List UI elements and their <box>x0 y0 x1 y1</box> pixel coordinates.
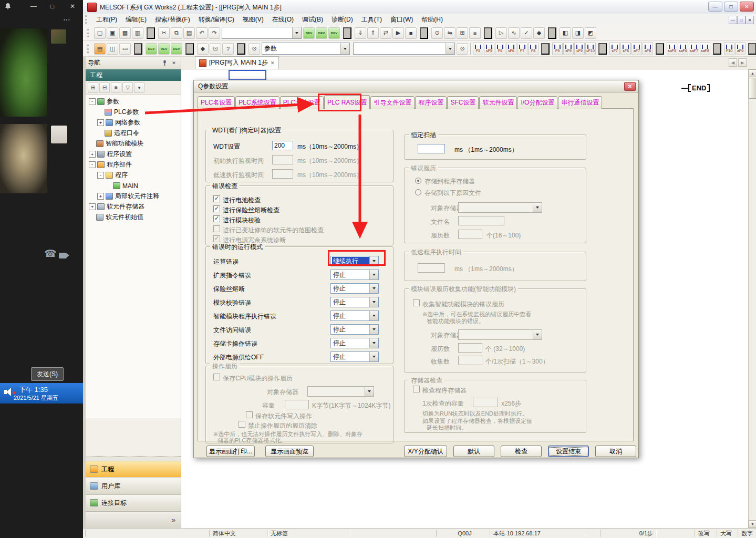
nav-button-project[interactable]: 工程 <box>86 461 181 477</box>
program-check-icon[interactable]: ✓ <box>521 27 532 39</box>
tab-plc-name[interactable]: PLC名设置 <box>198 96 235 109</box>
tab-scroll-right-icon[interactable]: ▶ <box>738 58 747 67</box>
tree-expander[interactable]: + <box>97 193 104 200</box>
intelligent-module-error-combo[interactable]: 停止 <box>330 311 379 321</box>
verify-with-plc-icon[interactable]: ⇄ <box>380 27 391 39</box>
parameter-setting-icon[interactable]: ◆ <box>197 43 209 55</box>
window-minimize-button[interactable]: — <box>708 2 722 12</box>
tree-item-parameter[interactable]: - 参数 <box>86 97 181 107</box>
ladder-symbol-button[interactable]: sF9 <box>563 42 574 55</box>
nav-button-user-library[interactable]: 用户库 <box>86 478 181 494</box>
ladder-symbol-button[interactable]: F6 <box>495 42 505 55</box>
photo-cooking-vegetables[interactable] <box>0 28 47 117</box>
photo-thumbnail-1[interactable] <box>51 29 66 44</box>
chat-restore-icon[interactable]: □ <box>50 3 54 10</box>
photo-cooking-pot[interactable] <box>0 124 47 193</box>
screen-print-button[interactable]: 显示画面打印... <box>206 446 255 457</box>
fuse-blown-check-checkbox[interactable] <box>213 205 220 212</box>
redo-icon[interactable]: ↷ <box>209 27 220 39</box>
pin-icon[interactable] <box>160 58 169 67</box>
read-from-plc-icon[interactable]: ⇑ <box>367 27 379 39</box>
tree-item-local-comment[interactable]: + 局部软元件注释 <box>86 191 181 201</box>
bell-icon[interactable] <box>4 2 12 11</box>
ladder-symbol-button[interactable]: aF9 <box>735 42 745 55</box>
cut-icon[interactable]: ✂ <box>158 27 170 39</box>
tree-expander[interactable]: + <box>97 119 104 126</box>
ladder-symbol-button[interactable]: aF7 <box>631 42 642 55</box>
send-button[interactable]: 发送(S) <box>31 367 64 381</box>
tree-item-device-memory[interactable]: + 软元件存储器 <box>86 202 181 212</box>
new-project-icon[interactable]: ▢ <box>94 27 106 39</box>
close-icon[interactable]: ✕ <box>271 60 275 66</box>
nav-filter-icon[interactable]: ▽ <box>122 82 133 93</box>
close-icon[interactable]: ✕ <box>169 58 179 67</box>
device-comment-icon[interactable]: DEV <box>303 27 315 39</box>
tab-plc-file[interactable]: PLC文件设置 <box>280 96 324 109</box>
xy-assignment-confirm-button[interactable]: X/Y分配确认 <box>404 446 447 457</box>
menu-item[interactable]: 编辑(E) <box>121 14 151 25</box>
chevron-down-icon[interactable] <box>369 256 378 266</box>
device-monitor-icon[interactable]: DEV <box>328 27 340 39</box>
tree-item-remote-password[interactable]: 远程口令 <box>86 128 181 138</box>
intelligent-module-icon[interactable]: ⊡ <box>210 43 221 55</box>
menu-item[interactable]: 工程(P) <box>92 14 121 25</box>
ladder-symbol-button[interactable]: saF5 <box>667 42 677 55</box>
scroll-down-icon[interactable]: ▼ <box>749 520 756 528</box>
tab-plc-system[interactable]: PLC系统设置 <box>235 96 279 109</box>
tab-sfc[interactable]: SFC设置 <box>447 96 479 109</box>
ladder-symbol-button[interactable]: saF7 <box>689 42 699 55</box>
ladder-symbol-button[interactable]: cF9 <box>574 42 585 55</box>
search-icon[interactable]: ⊙ <box>457 43 468 55</box>
ladder-symbol-button[interactable]: F7 <box>517 42 527 55</box>
build-icon[interactable]: ◆ <box>533 27 545 39</box>
window-close-button[interactable]: ✕ <box>740 2 754 12</box>
tree-expander[interactable]: - <box>89 98 96 105</box>
chat-minimize-icon[interactable]: — <box>30 3 37 10</box>
menu-item[interactable]: 搜索/替换(F) <box>151 14 194 25</box>
comment-display-icon[interactable]: ◧ <box>560 27 571 39</box>
menu-item[interactable]: 转换/编译(C) <box>194 14 239 25</box>
chevron-down-icon[interactable] <box>446 43 454 54</box>
ladder-symbol-button[interactable]: sF6 <box>506 42 516 55</box>
chevron-down-icon[interactable] <box>369 338 378 348</box>
battery-check-checkbox[interactable] <box>213 195 220 202</box>
tab-serial-communication[interactable]: 串行通信设置 <box>558 96 602 109</box>
ladder-symbol-button[interactable]: sF8 <box>620 42 631 55</box>
find-string-combo[interactable] <box>353 43 455 55</box>
nav-expand-all-icon[interactable]: ⊞ <box>88 82 98 93</box>
tab-io-assignment[interactable]: I/O分配设置 <box>517 96 557 109</box>
chevron-down-icon[interactable] <box>292 27 301 38</box>
device-comment2-icon[interactable]: DEV <box>146 43 157 55</box>
chat-close-icon[interactable]: ✕ <box>70 3 75 10</box>
tab-program[interactable]: 程序设置 <box>415 96 447 109</box>
chevron-down-icon[interactable] <box>369 297 378 307</box>
tree-item-plc-parameter[interactable]: PLC参数 <box>86 107 181 117</box>
photo-thumbnail-cat[interactable] <box>51 126 67 143</box>
toolbar-grip[interactable] <box>87 29 91 37</box>
tree-expander[interactable]: + <box>89 203 96 210</box>
mdi-close-icon[interactable]: ✕ <box>745 16 754 24</box>
constant-scan-input[interactable] <box>418 144 445 153</box>
tab-plc-ras[interactable]: PLC RAS设置 <box>324 95 370 109</box>
dock-window-icon[interactable]: ◫ <box>107 43 118 55</box>
ladder-symbol-button[interactable]: saF6 <box>678 42 688 55</box>
memory-card-error-combo[interactable]: 停止 <box>330 338 379 348</box>
help-icon[interactable]: ? <box>222 43 234 55</box>
chevron-down-icon[interactable] <box>369 270 378 280</box>
mdi-restore-icon[interactable]: □ <box>737 16 745 24</box>
screen-preview-button[interactable]: 显示画面预览 <box>265 446 314 457</box>
monitor-start-icon[interactable]: ▶ <box>392 27 404 39</box>
tab-device[interactable]: 软元件设置 <box>479 96 517 109</box>
project-window-icon[interactable]: ▤ <box>94 43 106 55</box>
check-button[interactable]: 检查 <box>501 446 542 457</box>
voice-call-icon[interactable]: ☎ <box>44 250 57 257</box>
scrollbar-thumb[interactable] <box>749 78 756 99</box>
module-verify-checkbox[interactable] <box>213 215 220 222</box>
find-icon[interactable]: ⊙ <box>431 27 443 39</box>
cancel-button[interactable]: 取消 <box>595 446 636 457</box>
finish-setting-button[interactable]: 设置结束 <box>548 446 589 457</box>
tree-expander[interactable]: - <box>89 161 96 168</box>
tree-item-program[interactable]: - 程序 <box>86 170 181 180</box>
write-to-plc-icon[interactable]: ⇓ <box>355 27 366 39</box>
tree-item-pou[interactable]: - 程序部件 <box>86 160 181 170</box>
